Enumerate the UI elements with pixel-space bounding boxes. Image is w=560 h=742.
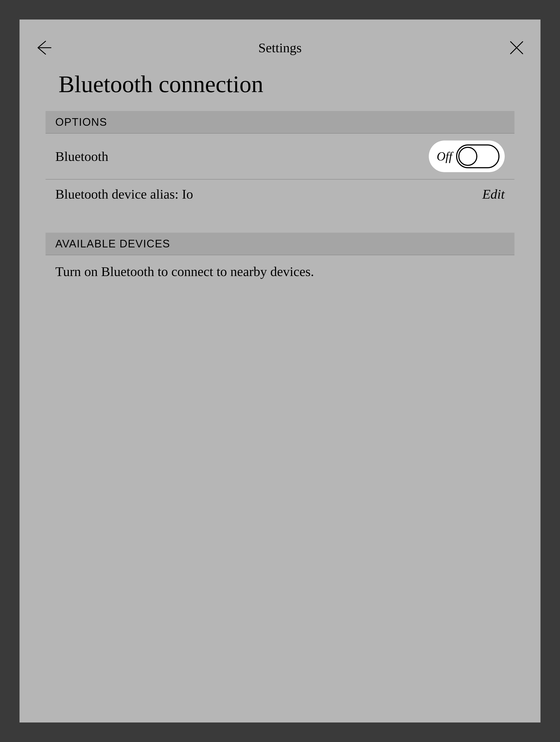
header-title: Settings — [258, 40, 302, 55]
devices-hint-text: Turn on Bluetooth to connect to nearby d… — [46, 255, 514, 288]
alias-label: Bluetooth device alias: Io — [55, 187, 193, 202]
section-spacer — [46, 209, 514, 233]
bluetooth-toggle[interactable]: Off — [429, 141, 505, 172]
close-button[interactable] — [507, 38, 526, 57]
settings-screen: Settings Bluetooth connection OPTIONS Bl… — [19, 19, 541, 723]
bluetooth-label: Bluetooth — [55, 149, 108, 164]
devices-section-header: AVAILABLE DEVICES — [46, 233, 514, 255]
arrow-left-icon — [35, 39, 52, 56]
alias-row: Bluetooth device alias: Io Edit — [46, 179, 514, 209]
edit-alias-button[interactable]: Edit — [482, 187, 505, 202]
content-area: OPTIONS Bluetooth Off Bluetooth device a… — [19, 111, 541, 288]
bluetooth-row: Bluetooth Off — [46, 134, 514, 179]
toggle-state-label: Off — [434, 149, 452, 163]
toggle-track-icon — [456, 145, 500, 168]
header-bar: Settings — [19, 19, 541, 66]
toggle-knob-icon — [458, 147, 477, 166]
back-button[interactable] — [34, 38, 53, 57]
page-title: Bluetooth connection — [19, 66, 541, 111]
close-icon — [508, 39, 525, 56]
options-section-header: OPTIONS — [46, 111, 514, 134]
